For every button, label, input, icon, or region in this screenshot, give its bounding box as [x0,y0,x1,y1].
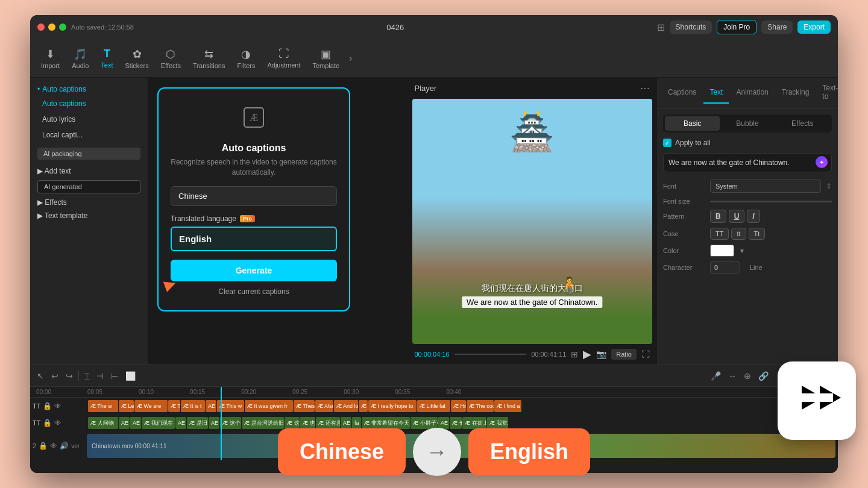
toolbar-effects[interactable]: ⬡ Effects [155,44,187,73]
case-title-button[interactable]: Tt [749,228,766,240]
track-2-lock-icon[interactable]: 🔒 [43,419,52,427]
sidebar-effects[interactable]: ▶ Effects [30,196,148,209]
clip-2-14[interactable]: fa [352,417,361,429]
toolbar-transitions[interactable]: ⇆ Transitions [187,44,231,73]
clip-1-5[interactable]: Æ It is t [181,400,205,412]
clip-2-11[interactable]: Æ 也在 [300,417,315,429]
sidebar-ai-generated[interactable]: AI generated [37,180,140,193]
clip-2-8[interactable]: Æ 这个身 [220,417,241,429]
clip-2-20[interactable]: Æ 我觉 [487,417,508,429]
style-tab-bubble[interactable]: Bubble [720,116,775,131]
clip-2-12[interactable]: Æ 还有意身 [316,417,340,429]
clip-2-4[interactable]: Æ 我们现在 [142,417,175,429]
clip-2-19[interactable]: Æ 在街上品 [462,417,486,429]
video-eye-icon[interactable]: 👁 [50,442,57,450]
clip-1-10[interactable]: Æ Also [315,400,333,412]
video-clip[interactable]: Chinatown.mov 00:00:41:11 [87,434,835,458]
clip-1-17[interactable]: Æ I find a [494,400,521,412]
case-tt-button[interactable]: TT [710,228,729,240]
italic-button[interactable]: I [747,210,760,223]
video-lock-icon[interactable]: 🔒 [39,442,48,450]
language-select[interactable]: Chinese English Japanese [171,186,337,206]
clip-1-9[interactable]: Æ Thes [294,400,315,412]
toolbar-more-icon[interactable]: › [345,49,356,67]
clip-2-10[interactable]: Æ 这四 [285,417,300,429]
trim-right-icon[interactable]: ⊢ [109,369,120,383]
color-swatch[interactable] [710,245,734,257]
clip-1-12[interactable]: Æ C [359,400,368,412]
toolbar-text[interactable]: T Text [95,44,119,72]
sidebar-text-template[interactable]: ▶ Text template [30,209,148,222]
split-icon[interactable]: ⌶ [83,369,91,383]
clip-2-16[interactable]: Æ 小胖子可 [410,417,438,429]
font-size-slider[interactable] [710,201,832,202]
clip-2-3[interactable]: AE [130,417,141,429]
style-tab-basic[interactable]: Basic [665,116,720,131]
join-pro-button[interactable]: Join Pro [717,20,756,34]
delete-icon[interactable]: ⬜ [124,369,137,383]
toolbar-filters[interactable]: ◑ Filters [231,44,261,73]
redo-icon[interactable]: ↪ [64,369,75,383]
clip-2-2[interactable]: AE [119,417,130,429]
style-tab-effects[interactable]: Effects [775,116,830,131]
generate-button[interactable]: Generate [171,260,337,281]
track-1-eye-icon[interactable]: 👁 [54,402,61,410]
close-button[interactable] [37,23,45,31]
color-dropdown-icon[interactable]: ▼ [739,248,745,254]
undo-icon[interactable]: ↩ [49,369,60,383]
track-2-eye-icon[interactable]: 👁 [54,419,61,427]
sidebar-ai-packaging[interactable]: AI packaging [37,148,140,160]
playback-bar[interactable] [454,354,527,355]
character-input[interactable] [710,261,740,274]
tab-captions[interactable]: Captions [662,82,702,104]
microphone-icon[interactable]: 🎤 [709,369,723,383]
ai-icon[interactable]: ✦ [816,156,828,168]
clip-1-11[interactable]: Æ And loy [334,400,358,412]
clip-1-4[interactable]: Æ Th [168,400,180,412]
sidebar-item-local-captions[interactable]: Local capti... [30,127,148,143]
clear-captions-button[interactable]: Clear current captions [171,287,337,296]
clip-2-7[interactable]: AE [209,417,219,429]
minimize-button[interactable] [48,23,55,31]
clip-2-17[interactable]: AE [438,417,449,429]
export-button[interactable]: Export [797,20,831,34]
font-select[interactable]: System [710,180,821,193]
clip-1-15[interactable]: Æ His [451,400,466,412]
clip-1-3[interactable]: Æ We are [134,400,168,412]
underline-button[interactable]: U [729,210,745,223]
sidebar-item-auto-lyrics[interactable]: Auto lyrics [30,111,148,127]
toolbar-import[interactable]: ⬇ Import [35,44,66,73]
clip-2-13[interactable]: AE [341,417,351,429]
trim-left-icon[interactable]: ⊣ [95,369,105,383]
clip-1-16[interactable]: Æ The coo [467,400,494,412]
clip-1-6[interactable]: AE [206,400,216,412]
toolbar-audio[interactable]: 🎵 Audio [66,44,95,73]
apply-all-checkbox[interactable]: ✓ [663,139,671,147]
clip-1-2[interactable]: Æ Le [119,400,134,412]
translated-language-select[interactable]: English Chinese Spanish [171,227,337,251]
clip-1-8[interactable]: Æ It was given fr [245,400,293,412]
clip-2-9[interactable]: Æ 是台湾送给旧金 [242,417,284,429]
tab-text[interactable]: Text [703,82,729,104]
play-button[interactable]: ▶ [583,348,591,361]
sidebar-item-auto-captions[interactable]: Auto captions [30,96,148,111]
select-tool-icon[interactable]: ↖ [35,369,46,383]
toolbar-template[interactable]: ▣ Template [306,44,345,73]
sidebar-add-text[interactable]: ▶ Add text [30,164,148,178]
toolbar-stickers[interactable]: ✿ Stickers [119,44,155,73]
clip-2-15[interactable]: Æ 非常希望在今天 [362,417,410,429]
shortcuts-button[interactable]: Shortcuts [670,20,712,34]
toolbar-adjustment[interactable]: ⛶ Adjustment [261,44,306,72]
clip-2-1[interactable]: Æ 人间物 [88,417,118,429]
tab-tracking[interactable]: Tracking [776,82,816,104]
tab-animation[interactable]: Animation [730,82,774,104]
clip-1-14[interactable]: Æ Little fat [417,400,450,412]
track-1-lock-icon[interactable]: 🔒 [43,402,52,410]
ratio-button[interactable]: Ratio [611,349,637,360]
clip-2-5[interactable]: AE [175,417,186,429]
fit-icon[interactable]: ↔ [726,369,738,383]
video-audio-icon[interactable]: 🔊 [60,442,69,450]
link-icon[interactable]: 🔗 [756,369,770,383]
zoom-in-icon[interactable]: ⊕ [742,369,753,383]
tab-text-to[interactable]: Text-to [816,78,838,108]
